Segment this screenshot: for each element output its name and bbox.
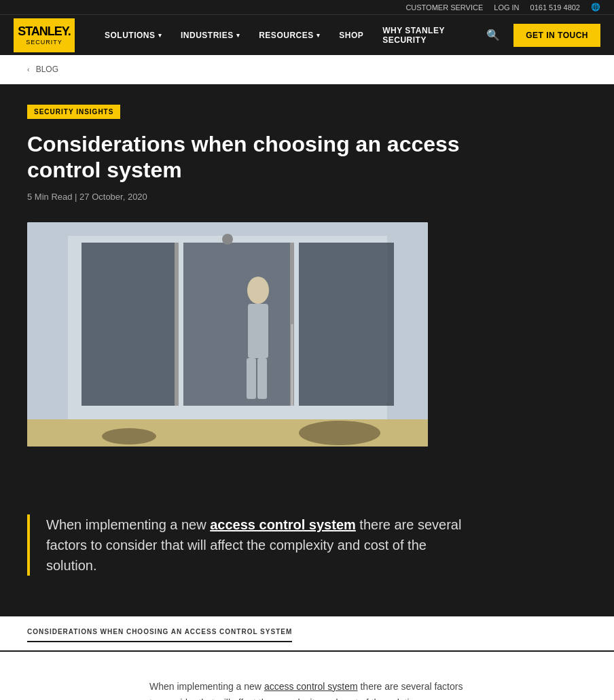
article-hero-image (27, 222, 428, 447)
customer-service-link[interactable]: CUSTOMER SERVICE (405, 3, 483, 12)
get-in-touch-button[interactable]: GET IN TOUCH (513, 24, 600, 47)
nav-shop[interactable]: SHOP (329, 15, 373, 56)
quote-text: When implementing a new access control s… (46, 514, 469, 576)
quote-inner: When implementing a new access control s… (27, 514, 469, 576)
svg-rect-4 (299, 243, 394, 406)
industries-chevron-icon: ▾ (236, 32, 240, 39)
nav-links: SOLUTIONS ▾ INDUSTRIES ▾ RESOURCES ▾ SHO… (95, 15, 484, 56)
nav-solutions[interactable]: SOLUTIONS ▾ (95, 15, 171, 56)
svg-point-15 (222, 234, 233, 245)
body-acs-link[interactable]: access control system (264, 681, 358, 692)
article-body: When implementing a new access control s… (0, 652, 614, 700)
logo-area[interactable]: STANLEY. Security (14, 18, 75, 52)
svg-rect-11 (247, 358, 256, 399)
utility-bar: CUSTOMER SERVICE LOG IN 0161 519 4802 🌐 (0, 0, 614, 14)
logo-stanley-text: STANLEY. (18, 25, 71, 37)
nav-right: 🔍 GET IN TOUCH (484, 24, 600, 47)
hero-image-inner (27, 222, 428, 447)
quote-block: When implementing a new access control s… (0, 514, 614, 616)
hero-svg (27, 222, 428, 447)
search-button[interactable]: 🔍 (484, 26, 503, 44)
article-hero: SECURITY INSIGHTS Considerations when ch… (0, 84, 614, 514)
solutions-chevron-icon: ▾ (158, 32, 162, 39)
breadcrumb-blog-link[interactable]: BLOG (36, 65, 58, 74)
resources-chevron-icon: ▾ (317, 32, 321, 39)
svg-rect-2 (82, 243, 177, 406)
svg-rect-3 (183, 243, 292, 406)
globe-icon[interactable]: 🌐 (591, 3, 600, 12)
anchor-nav: CONSIDERATIONS WHEN CHOOSING AN ACCESS C… (0, 616, 614, 652)
nav-why-stanley[interactable]: WHY STANLEY SECURITY (373, 15, 484, 56)
anchor-nav-title: CONSIDERATIONS WHEN CHOOSING AN ACCESS C… (27, 628, 292, 642)
svg-point-13 (299, 421, 380, 445)
log-in-link[interactable]: LOG IN (494, 3, 519, 12)
article-title: Considerations when choosing an access c… (27, 131, 503, 183)
breadcrumb: ‹ BLOG (0, 55, 614, 84)
body-intro-paragraph: When implementing a new access control s… (149, 679, 465, 700)
tag-badge: SECURITY INSIGHTS (27, 105, 120, 119)
main-nav: STANLEY. Security SOLUTIONS ▾ INDUSTRIES… (0, 14, 614, 55)
nav-industries[interactable]: INDUSTRIES ▾ (171, 15, 249, 56)
article-meta: 5 Min Read | 27 October, 2020 (27, 192, 587, 202)
svg-rect-10 (248, 304, 268, 358)
svg-point-9 (247, 277, 269, 304)
logo-security-text: Security (26, 39, 62, 46)
phone-link[interactable]: 0161 519 4802 (530, 3, 580, 12)
logo-box: STANLEY. Security (14, 18, 75, 52)
svg-point-14 (102, 428, 156, 444)
nav-resources[interactable]: RESOURCES ▾ (249, 15, 329, 56)
svg-rect-12 (257, 358, 267, 399)
breadcrumb-chevron-icon: ‹ (27, 66, 29, 73)
